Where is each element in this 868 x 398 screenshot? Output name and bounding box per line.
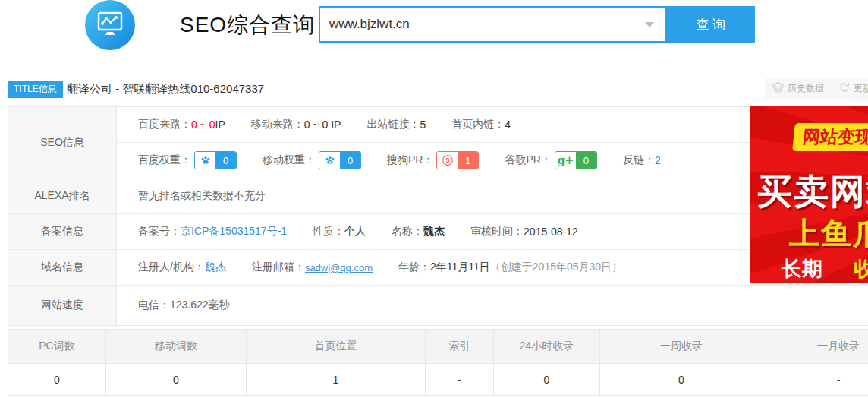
app-logo (85, 0, 135, 50)
advertisement-banner[interactable]: 网站变现 买卖网站 上鱼爪 长期 收站 (750, 106, 868, 283)
sogou-pr-badge[interactable]: S 1 (436, 151, 479, 169)
stats-header-home-position: 首页位置 (247, 330, 426, 363)
icp-number-label: 备案号： (138, 225, 181, 238)
stats-value-home-position: 1 (247, 364, 426, 395)
sogou-pr-value: 1 (458, 152, 478, 169)
row-label-icp: 备案信息 (8, 214, 117, 249)
backlinks-label: 反链： (623, 153, 655, 167)
analytics-monitor-icon (96, 11, 124, 39)
icp-name-label: 名称： (392, 225, 423, 238)
stats-value-mobile-words: 0 (106, 364, 247, 395)
mobile-weight-label: 移动权重： (263, 153, 316, 167)
stats-value-24h: 0 (494, 364, 600, 395)
age-note: （创建于2015年05月30日） (490, 261, 622, 274)
google-pr-value: 0 (576, 152, 596, 169)
url-search-box[interactable] (319, 6, 666, 43)
mobile-visits-label: 移动来路： (251, 118, 304, 131)
svg-text:S: S (445, 156, 450, 164)
outlinks-value: 5 (420, 118, 426, 131)
email-link[interactable]: sadwj@qq.com (305, 262, 373, 273)
icp-audit-value: 2015-08-12 (524, 226, 578, 238)
icp-nature-label: 性质： (313, 225, 344, 238)
stats-value-week: 0 (600, 364, 763, 395)
icp-nature-value: 个人 (344, 225, 366, 238)
ad-footline: 长期 收站 (782, 255, 868, 283)
homelinks-label: 首页内链： (451, 118, 505, 131)
baidu-weight-label: 百度权重： (138, 153, 191, 167)
refresh-icon (839, 82, 850, 95)
outlinks-label: 出站链接： (366, 118, 420, 131)
site-title-text: 翻译公司 - 智联翻译热线010-62047337 (67, 82, 264, 96)
table-row-domain: 域名信息 注册人/机构：魏杰 注册邮箱：sadwj@qq.com 年龄：2年11… (8, 250, 868, 286)
history-data-button[interactable]: 历史数据 (765, 78, 832, 99)
page-title: SEO综合查询 (180, 11, 315, 39)
stats-header-month: 一月收录 (763, 330, 868, 363)
title-info-badge: TITLE信息 (8, 81, 63, 98)
row-label-speed: 网站速度 (8, 286, 117, 325)
stats-value-month: - (763, 364, 868, 395)
icp-name-value: 魏杰 (423, 225, 445, 238)
stats-header-pc-words: PC词数 (8, 330, 106, 363)
seo-info-table: SEO信息 百度来路：0 ~ 0 IP 移动来路：0 ~ 0 IP 出站链接：5… (8, 106, 868, 326)
paw-icon (195, 152, 215, 169)
age-value: 2年11月11日 (430, 261, 490, 274)
baidu-visits-label: 百度来路： (138, 118, 191, 131)
mobile-visits-value: 0 ~ 0 IP (304, 118, 341, 131)
sogou-s-icon: S (437, 152, 458, 169)
stats-value-row: 0 0 1 - 0 0 - (8, 364, 868, 395)
mobile-weight-badge[interactable]: M 0 (319, 151, 361, 169)
row-label-seo: SEO信息 (8, 107, 117, 178)
stats-value-index: - (426, 364, 494, 395)
layers-icon (772, 82, 784, 95)
svg-text:M: M (329, 160, 332, 164)
stats-header-mobile-words: 移动词数 (106, 330, 247, 363)
ad-bubble-text: 网站变现 (792, 123, 868, 151)
speed-label: 电信： (138, 298, 170, 312)
homelinks-value: 4 (505, 118, 511, 131)
baidu-weight-value: 0 (215, 152, 236, 169)
icp-number-link[interactable]: 京ICP备15031517号-1 (181, 225, 287, 238)
paw-m-icon: M (319, 152, 340, 169)
baidu-visits-value: 0 ~ 0 (191, 118, 215, 131)
ad-headline: 买卖网站 (757, 169, 868, 216)
alexa-text: 暂无排名或相关数据不充分 (138, 189, 266, 203)
row-label-alexa: ALEXA排名 (8, 178, 117, 213)
stats-header-row: PC词数 移动词数 首页位置 索引 24小时收录 一周收录 一月收录 (8, 330, 868, 364)
query-button[interactable]: 查 询 (666, 6, 755, 43)
google-plus-icon: g+ (555, 152, 576, 169)
google-pr-badge[interactable]: g+ 0 (555, 151, 597, 169)
stats-header-index: 索引 (426, 330, 494, 363)
sogou-pr-label: 搜狗PR： (387, 153, 433, 167)
keyword-stats-table: PC词数 移动词数 首页位置 索引 24小时收录 一周收录 一月收录 0 0 1… (8, 329, 868, 396)
registrant-link[interactable]: 魏杰 (205, 261, 226, 274)
table-row-speed: 网站速度 电信：123.622毫秒 (8, 286, 868, 325)
table-row-alexa: ALEXA排名 暂无排名或相关数据不充分 (8, 178, 868, 214)
age-label: 年龄： (398, 261, 430, 274)
stats-header-week: 一周收录 (600, 330, 763, 363)
ad-subheadline: 上鱼爪 (789, 213, 868, 254)
backlinks-value-link[interactable]: 2 (655, 154, 661, 166)
stats-header-24h: 24小时收录 (494, 330, 600, 363)
mobile-weight-value: 0 (340, 152, 360, 169)
icp-audit-label: 审核时间： (470, 225, 524, 238)
url-search-input[interactable] (320, 8, 645, 41)
email-label: 注册邮箱： (252, 261, 305, 274)
table-row-seo: SEO信息 百度来路：0 ~ 0 IP 移动来路：0 ~ 0 IP 出站链接：5… (8, 107, 868, 178)
google-pr-label: 谷歌PR： (505, 153, 551, 167)
stats-value-pc-words: 0 (8, 364, 106, 395)
row-label-domain: 域名信息 (8, 250, 117, 285)
chevron-down-icon[interactable] (645, 22, 654, 27)
speed-value: 123.622毫秒 (170, 298, 230, 312)
baidu-weight-badge[interactable]: 0 (194, 151, 237, 169)
table-row-icp: 备案信息 备案号：京ICP备15031517号-1 性质：个人 名称：魏杰 审核… (8, 214, 868, 250)
registrant-label: 注册人/机构： (138, 261, 205, 274)
refresh-data-button[interactable]: 更新数据 (832, 78, 868, 99)
